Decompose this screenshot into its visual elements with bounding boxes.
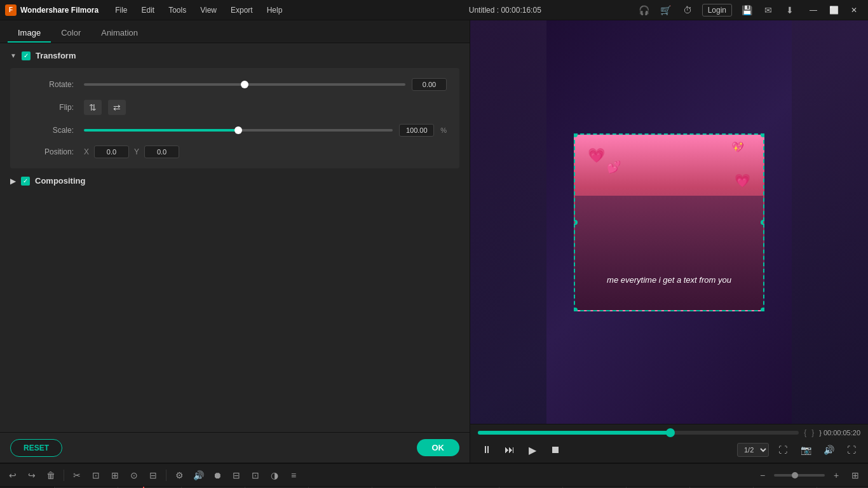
scale-row: Scale: %	[23, 124, 447, 137]
rotate-slider[interactable]	[84, 83, 405, 86]
fx-button[interactable]: ⚙	[172, 468, 187, 483]
left-panel: Image Color Animation ▼ ✓ Transform Rota…	[0, 20, 470, 463]
progress-thumb[interactable]	[666, 428, 675, 437]
video-caption: me everytime i get a text from you	[581, 275, 757, 285]
cart-icon[interactable]: 🛒	[659, 3, 673, 17]
heart-emoji-4: 💗	[735, 173, 750, 188]
preview-side-left	[470, 20, 546, 424]
speed-button[interactable]: ⊙	[126, 468, 142, 483]
save-icon[interactable]: 💾	[740, 3, 754, 17]
reset-button[interactable]: RESET	[10, 439, 62, 457]
ratio-select[interactable]: 1/2 1/1 1/4	[737, 443, 769, 457]
handle-bl[interactable]	[574, 308, 578, 311]
playback-controls: { } } 00:00:05:20 ⏸ ⏭ ▶ ⏹ 1/2 1/1 1/4 ⛶ …	[470, 424, 868, 463]
zoom-in-button[interactable]: +	[829, 468, 844, 483]
color-button[interactable]: ◑	[267, 468, 282, 483]
scale-slider-container: %	[84, 124, 447, 137]
timeline: ↩ ↪ 🗑 ✂ ⊡ ⊞ ⊙ ⊟ ⚙ 🔊 ⏺ ⊟ ⊡ ◑ ≡ − + ⊞ B:2 …	[0, 463, 868, 488]
heart-emoji-3: 💖	[731, 141, 744, 153]
rotate-label: Rotate:	[23, 80, 74, 89]
transform-title: Transform	[36, 51, 76, 60]
redo-button[interactable]: ↪	[24, 468, 39, 483]
handle-br[interactable]	[761, 308, 764, 311]
maximize-button[interactable]: ⬜	[825, 4, 843, 17]
compositing-arrow: ▶	[10, 177, 16, 186]
cut-button[interactable]: ✂	[69, 468, 85, 483]
menu-help[interactable]: Help	[261, 3, 289, 17]
ok-button[interactable]: OK	[417, 439, 460, 456]
pos-x-input[interactable]	[94, 146, 129, 158]
transform-section-header[interactable]: ▼ ✓ Transform	[10, 51, 459, 60]
stop-button[interactable]: ⏹	[546, 441, 564, 459]
pos-y-input[interactable]	[144, 146, 179, 158]
rotate-value[interactable]	[412, 78, 447, 91]
record-button[interactable]: ⏺	[210, 468, 225, 483]
scale-label: Scale:	[23, 126, 74, 135]
tab-animation[interactable]: Animation	[91, 24, 148, 43]
transform-checkbox[interactable]: ✓	[22, 51, 31, 60]
trim-button[interactable]: ⊡	[88, 468, 104, 483]
close-button[interactable]: ✕	[845, 4, 863, 17]
properties-bottom-bar: RESET OK	[0, 432, 470, 463]
screenshot-button[interactable]: 📷	[797, 441, 815, 459]
split-audio-button[interactable]: ⊟	[146, 468, 161, 483]
handle-tr[interactable]	[761, 133, 764, 137]
window-title: Untitled : 00:00:16:05	[373, 6, 637, 15]
pip-button[interactable]: ⊟	[229, 468, 244, 483]
login-button[interactable]: Login	[702, 4, 732, 17]
pos-x-label: X	[84, 147, 89, 156]
settings-button[interactable]: ⛶	[843, 441, 860, 459]
rewind-button[interactable]: ⏸	[478, 441, 496, 459]
tab-color[interactable]: Color	[51, 24, 91, 43]
heart-emoji-2: 💕	[607, 160, 621, 174]
fullscreen-button[interactable]: ⛶	[774, 441, 792, 459]
person-bg	[575, 196, 763, 310]
compositing-checkbox[interactable]: ✓	[21, 177, 30, 186]
undo-button[interactable]: ↩	[5, 468, 20, 483]
stabilize-button[interactable]: ≡	[286, 468, 301, 483]
flip-vertical-button[interactable]: ⇄	[108, 100, 126, 115]
subtitle-button[interactable]: ⊡	[248, 468, 263, 483]
mail-icon[interactable]: ✉	[761, 3, 775, 17]
bracket-left: {	[804, 428, 806, 437]
menu-view[interactable]: View	[194, 3, 223, 17]
menu-tools[interactable]: Tools	[162, 3, 193, 17]
scale-value[interactable]	[399, 124, 434, 137]
timeline-toolbar: ↩ ↪ 🗑 ✂ ⊡ ⊞ ⊙ ⊟ ⚙ 🔊 ⏺ ⊟ ⊡ ◑ ≡ − + ⊞	[0, 464, 868, 487]
scale-slider[interactable]	[84, 129, 393, 132]
volume-button[interactable]: 🔊	[820, 441, 837, 459]
flip-horizontal-button[interactable]: ⇅	[84, 100, 102, 115]
delete-button[interactable]: 🗑	[43, 468, 58, 483]
app-name: Wondershare Filmora	[20, 6, 98, 15]
handle-mr[interactable]	[761, 220, 764, 225]
heart-emoji-1: 💗	[588, 147, 605, 164]
progress-time: } 00:00:05:20	[819, 429, 860, 437]
minimize-button[interactable]: —	[804, 4, 822, 17]
flip-label: Flip:	[23, 103, 74, 112]
zoom-out-button[interactable]: −	[755, 468, 770, 483]
scale-unit: %	[440, 126, 447, 134]
properties-panel: ▼ ✓ Transform Rotate: Flip: ⇅	[0, 43, 470, 432]
zoom-slider[interactable]	[774, 474, 825, 477]
clock-icon[interactable]: ⏱	[681, 3, 695, 17]
progress-bar[interactable]	[478, 431, 799, 435]
compositing-section-header[interactable]: ▶ ✓ Compositing	[10, 176, 459, 186]
crop-button[interactable]: ⊞	[107, 468, 123, 483]
headset-icon[interactable]: 🎧	[637, 3, 651, 17]
preview-area: 💗 💕 💖 💗 me everytime i get a text from y…	[470, 20, 868, 424]
menu-export[interactable]: Export	[224, 3, 259, 17]
rotate-slider-container	[84, 78, 447, 91]
fit-button[interactable]: ⊞	[848, 468, 863, 483]
toolbar-separator-1	[64, 470, 64, 481]
tab-image[interactable]: Image	[8, 24, 51, 43]
step-back-button[interactable]: ⏭	[501, 441, 519, 459]
compositing-title: Compositing	[35, 176, 85, 186]
menu-edit[interactable]: Edit	[135, 3, 161, 17]
download-icon[interactable]: ⬇	[783, 3, 797, 17]
preview-side-right	[792, 20, 868, 424]
menu-file[interactable]: File	[109, 3, 133, 17]
play-button[interactable]: ▶	[524, 441, 541, 459]
audio-fx-button[interactable]: 🔊	[191, 468, 206, 483]
tabs-bar: Image Color Animation	[0, 20, 470, 43]
handle-tl[interactable]	[574, 133, 578, 137]
